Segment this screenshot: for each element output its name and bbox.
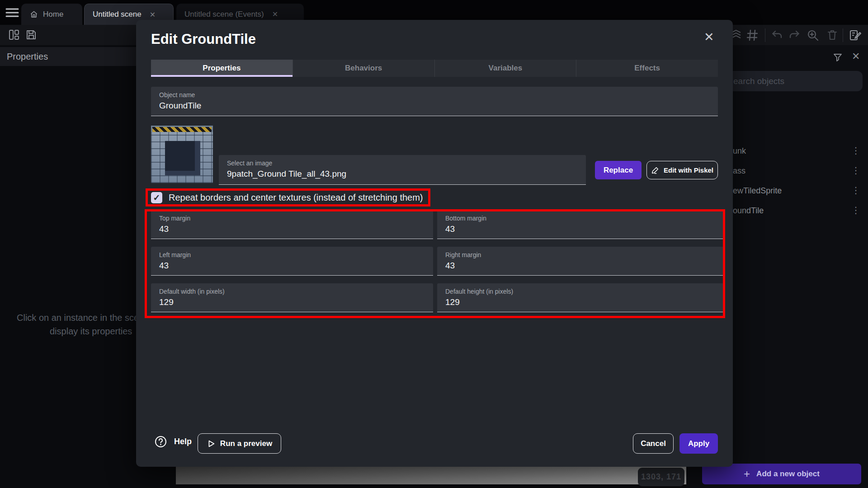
toolbar-separator <box>843 28 843 42</box>
kebab-menu-icon[interactable]: ⋮ <box>851 185 860 196</box>
replace-image-button[interactable]: Replace <box>595 161 642 179</box>
top-margin-label: Top margin <box>159 215 190 222</box>
object-name: ewTiledSprite <box>733 186 782 196</box>
tab-untitled-scene-events-label: Untitled scene (Events) <box>184 10 264 19</box>
help-icon <box>155 436 167 448</box>
repeat-borders-checkbox[interactable]: ✓ <box>151 192 162 203</box>
default-width-field[interactable]: Default width (in pixels) 129 <box>151 283 433 312</box>
kebab-menu-icon[interactable]: ⋮ <box>851 145 860 156</box>
dialog-title: Edit GroundTile <box>151 31 256 47</box>
default-height-value[interactable]: 129 <box>445 297 460 307</box>
run-preview-button[interactable]: Run a preview <box>198 433 281 454</box>
help-button[interactable]: Help <box>155 436 192 448</box>
toolbar-separator <box>765 28 765 42</box>
properties-empty-hint-line2: display its properties <box>50 326 132 337</box>
plus-icon: + <box>744 468 750 480</box>
object-name-field[interactable]: Object name GroundTile <box>151 87 718 116</box>
apply-label: Apply <box>688 439 709 448</box>
save-icon[interactable] <box>25 29 37 41</box>
edit-scene-properties-icon[interactable] <box>849 29 862 42</box>
gdevelop-app: Home Untitled scene ✕ Untitled scene (Ev… <box>0 0 868 488</box>
cursor-coordinates-badge: 1303, 171 <box>638 468 684 486</box>
objects-panel-close-icon[interactable]: ✕ <box>852 51 860 62</box>
right-margin-value[interactable]: 43 <box>445 261 455 271</box>
object-name-field-label: Object name <box>159 91 195 99</box>
select-image-value[interactable]: 9patch_Ground Tile_all_43.png <box>227 169 346 179</box>
select-image-field[interactable]: Select an image 9patch_Ground Tile_all_4… <box>219 155 586 185</box>
add-new-object-label: Add a new object <box>756 469 820 479</box>
bottom-margin-value[interactable]: 43 <box>445 224 455 234</box>
edit-with-piskel-button[interactable]: Edit with Piskel <box>646 161 718 179</box>
default-width-value[interactable]: 129 <box>159 297 174 307</box>
left-margin-label: Left margin <box>159 251 191 258</box>
tab-untitled-scene-events-close-icon[interactable]: ✕ <box>272 10 278 19</box>
grid-icon[interactable] <box>746 29 759 42</box>
tab-variables[interactable]: Variables <box>435 60 577 77</box>
tab-effects[interactable]: Effects <box>576 60 718 77</box>
object-name: ass <box>733 166 745 176</box>
kebab-menu-icon[interactable]: ⋮ <box>851 205 860 216</box>
kebab-menu-icon[interactable]: ⋮ <box>851 165 860 176</box>
dialog-close-icon[interactable]: ✕ <box>704 30 714 44</box>
layout-columns-icon[interactable] <box>8 29 20 41</box>
home-icon <box>29 10 38 19</box>
hamburger-menu-icon[interactable] <box>5 7 19 18</box>
filter-icon[interactable] <box>833 53 842 62</box>
top-margin-value[interactable]: 43 <box>159 224 169 234</box>
tab-behaviors[interactable]: Behaviors <box>293 60 435 77</box>
cancel-button[interactable]: Cancel <box>633 433 674 454</box>
tab-untitled-scene-close-icon[interactable]: ✕ <box>150 10 156 19</box>
bottom-margin-label: Bottom margin <box>445 215 486 222</box>
edit-object-dialog: Edit GroundTile ✕ Properties Behaviors V… <box>136 20 733 467</box>
pencil-icon <box>651 166 659 174</box>
tab-home[interactable]: Home <box>21 4 82 25</box>
tab-untitled-scene-label: Untitled scene <box>93 10 142 19</box>
undo-icon[interactable] <box>771 29 783 41</box>
bottom-margin-field[interactable]: Bottom margin 43 <box>437 210 724 239</box>
object-name: unk <box>733 146 746 156</box>
object-name-field-value[interactable]: GroundTile <box>159 101 201 111</box>
repeat-borders-row: ✓ Repeat borders and center textures (in… <box>151 191 423 204</box>
object-name: oundTile <box>733 206 764 216</box>
zoom-in-icon[interactable] <box>807 29 819 42</box>
dialog-tabstrip: Properties Behaviors Variables Effects <box>151 60 718 77</box>
right-margin-field[interactable]: Right margin 43 <box>437 247 724 276</box>
tile-center <box>165 141 200 175</box>
default-width-label: Default width (in pixels) <box>159 288 225 295</box>
scene-canvas-edge <box>176 484 686 488</box>
repeat-borders-label: Repeat borders and center textures (inst… <box>169 192 423 203</box>
replace-button-label: Replace <box>604 166 633 175</box>
select-image-label: Select an image <box>227 160 272 167</box>
default-height-field[interactable]: Default height (in pixels) 129 <box>437 283 724 312</box>
help-label: Help <box>174 437 192 446</box>
tile-image-thumbnail[interactable] <box>151 126 213 183</box>
properties-empty-hint-line1: Click on an instance in the sce <box>17 313 139 323</box>
apply-button[interactable]: Apply <box>679 433 718 454</box>
left-margin-field[interactable]: Left margin 43 <box>151 247 433 276</box>
redo-icon[interactable] <box>788 29 800 41</box>
right-margin-label: Right margin <box>445 251 481 258</box>
trash-icon[interactable] <box>826 29 838 41</box>
cancel-label: Cancel <box>641 439 666 448</box>
run-preview-label: Run a preview <box>220 439 272 448</box>
tab-home-label: Home <box>43 10 63 19</box>
play-icon <box>207 439 216 448</box>
tab-properties[interactable]: Properties <box>151 60 293 77</box>
tile-hazard-stripe <box>152 127 212 132</box>
default-height-label: Default height (in pixels) <box>445 288 513 295</box>
edit-with-piskel-label: Edit with Piskel <box>664 166 713 174</box>
top-margin-field[interactable]: Top margin 43 <box>151 210 433 239</box>
checkmark-icon: ✓ <box>153 192 160 203</box>
left-margin-value[interactable]: 43 <box>159 261 169 271</box>
